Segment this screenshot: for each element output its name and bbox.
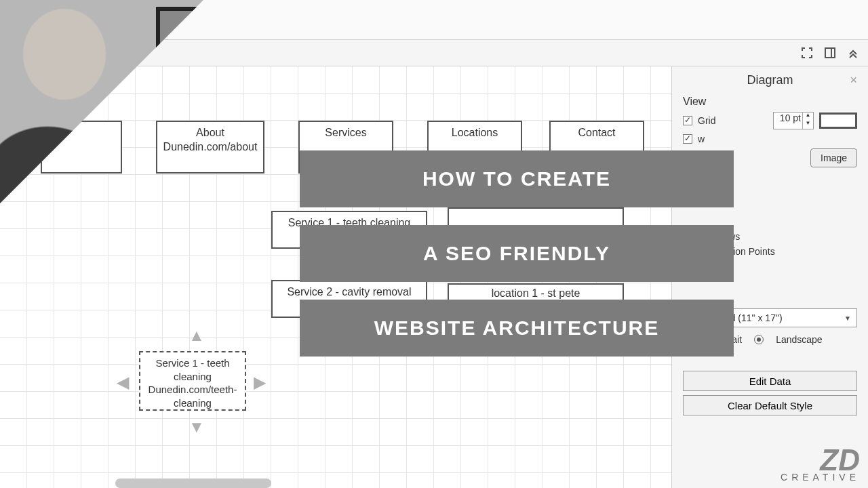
brand-logo: ZD CREATIVE — [781, 448, 860, 483]
overlay-title-3: WEBSITE ARCHITECTURE — [300, 300, 734, 357]
panel-title: Diagram × — [683, 73, 857, 87]
grid-label: Grid — [698, 115, 715, 126]
close-icon[interactable]: × — [850, 73, 857, 87]
arrow-hint-right: ▶ — [254, 373, 266, 392]
view-section-title: View — [683, 96, 857, 108]
grid-size-field[interactable]: 10 pt▲▼ — [773, 112, 814, 129]
landscape-label: Landscape — [776, 334, 823, 345]
collapse-panel-icon[interactable] — [844, 43, 863, 62]
grid-color-swatch[interactable] — [819, 113, 857, 129]
node-selected[interactable]: Service 1 - teeth cleaning Dunedin.com/t… — [139, 351, 246, 411]
pageview-checkbox[interactable] — [683, 134, 692, 144]
overlay-title-1: HOW TO CREATE — [300, 150, 734, 207]
clear-style-button[interactable]: Clear Default Style — [683, 395, 857, 415]
fullscreen-icon[interactable] — [797, 43, 816, 62]
pageview-label: w — [698, 134, 705, 144]
svg-rect-1 — [825, 48, 835, 58]
overlay-title-2: A SEO FRIENDLY — [300, 225, 734, 282]
arrow-hint-down: ▼ — [189, 418, 205, 436]
edit-data-button[interactable]: Edit Data — [683, 371, 857, 391]
format-panel-icon[interactable] — [821, 43, 840, 62]
landscape-radio[interactable] — [754, 335, 764, 344]
arrow-hint-left: ◀ — [117, 373, 129, 392]
grid-checkbox[interactable] — [683, 116, 692, 125]
horizontal-scrollbar[interactable] — [115, 479, 271, 488]
node-about[interactable]: About Dunedin.com/about — [156, 121, 264, 174]
arrow-hint-up: ▲ — [189, 326, 205, 345]
image-button[interactable]: Image — [810, 148, 857, 167]
